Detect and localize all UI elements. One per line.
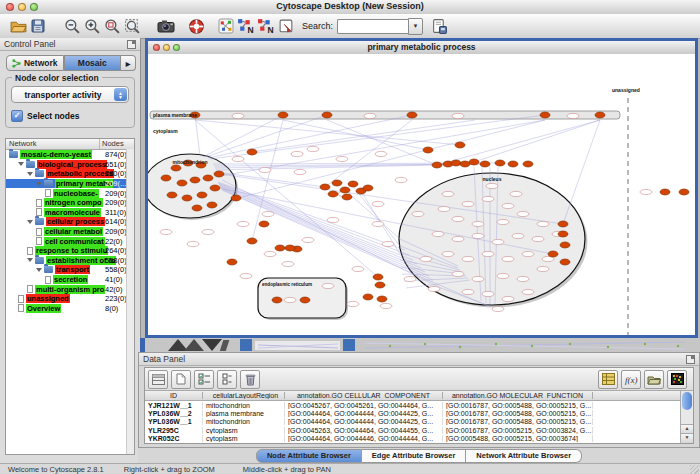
resize-grip[interactable] bbox=[690, 465, 699, 474]
selected-node[interactable] bbox=[197, 192, 207, 198]
table-row[interactable]: YPL036W__1mitochondrion[GO:0044464, GO:0… bbox=[145, 418, 681, 426]
small-node[interactable] bbox=[160, 229, 172, 234]
small-node[interactable] bbox=[522, 251, 534, 256]
selected-node[interactable] bbox=[203, 175, 213, 181]
small-node[interactable] bbox=[486, 183, 498, 188]
small-node[interactable] bbox=[232, 156, 244, 161]
expand-arrow-icon[interactable] bbox=[36, 182, 42, 186]
tree-row-cell-communicat[interactable]: cell communicat22(0) bbox=[6, 236, 134, 246]
small-node[interactable] bbox=[502, 203, 514, 208]
small-node[interactable] bbox=[262, 211, 274, 216]
small-node[interactable] bbox=[482, 196, 494, 201]
table-cell[interactable]: YLR295C bbox=[145, 427, 203, 434]
tree-row-overview[interactable]: Overview8(0) bbox=[6, 304, 134, 314]
table-cell[interactable]: [GO:0044464, GO:0044444, GO:0044425, G..… bbox=[285, 418, 443, 425]
selected-node[interactable] bbox=[192, 205, 202, 211]
small-node[interactable] bbox=[532, 236, 544, 241]
node-color-dropdown[interactable]: transporter activity ▲▼ bbox=[11, 86, 129, 103]
selected-node[interactable] bbox=[340, 187, 350, 193]
expand-arrow-icon[interactable] bbox=[27, 220, 33, 224]
mosaic-expand-button[interactable]: N bbox=[236, 16, 256, 36]
save-session-button[interactable] bbox=[28, 16, 48, 36]
selected-node[interactable] bbox=[660, 189, 670, 195]
zoom-fit-button[interactable] bbox=[122, 16, 142, 36]
small-node[interactable] bbox=[375, 151, 387, 156]
small-node[interactable] bbox=[284, 297, 296, 302]
small-node[interactable] bbox=[327, 217, 339, 222]
zoom-selected-button[interactable] bbox=[102, 16, 122, 36]
selected-node[interactable] bbox=[272, 297, 282, 303]
small-node[interactable] bbox=[364, 113, 376, 118]
small-node[interactable] bbox=[307, 146, 319, 151]
table-row[interactable]: YKR052Ccytoplasm[GO:0044464, GO:0044446,… bbox=[145, 434, 681, 442]
network-canvas[interactable]: plasma membranecytoplasmmitochondrionnuc… bbox=[148, 54, 695, 335]
column-header[interactable]: annotation.GO CELLULAR_COMPONENT bbox=[285, 392, 443, 399]
selected-node[interactable] bbox=[210, 185, 220, 191]
selected-node[interactable] bbox=[480, 161, 490, 167]
small-node[interactable] bbox=[428, 286, 440, 291]
table-cell[interactable]: [GO:0016787, GO:0005215, GO:0003824, G..… bbox=[443, 427, 593, 434]
selected-node[interactable] bbox=[560, 242, 570, 248]
selected-node[interactable] bbox=[540, 112, 550, 118]
table-cell[interactable]: [GO:0044464, GO:0044446, GO:0044444, G..… bbox=[285, 435, 443, 442]
tab-overflow-button[interactable]: ▶ bbox=[121, 55, 136, 71]
small-node[interactable] bbox=[187, 241, 199, 246]
selected-node[interactable] bbox=[460, 161, 470, 167]
selected-node[interactable] bbox=[322, 112, 332, 118]
small-node[interactable] bbox=[237, 221, 249, 226]
small-node[interactable] bbox=[302, 237, 314, 242]
small-node[interactable] bbox=[537, 266, 549, 271]
small-node[interactable] bbox=[482, 291, 494, 296]
edge[interactable] bbox=[195, 115, 200, 156]
tree-row-primary-metabo[interactable]: primary metabo209(... bbox=[6, 179, 134, 189]
selected-node[interactable] bbox=[320, 184, 330, 190]
edge[interactable] bbox=[220, 186, 421, 268]
small-node[interactable] bbox=[282, 261, 294, 266]
tree-col-network[interactable]: Network bbox=[6, 139, 100, 149]
column-header[interactable]: ID bbox=[145, 392, 203, 399]
float-panel-icon[interactable] bbox=[127, 40, 136, 49]
tree-header[interactable]: Network Nodes bbox=[6, 139, 134, 150]
tree-row-macromolecule[interactable]: macromolecule311(0) bbox=[6, 208, 134, 218]
small-node[interactable] bbox=[202, 229, 214, 234]
small-node[interactable] bbox=[640, 189, 652, 194]
attribute-grid-button[interactable] bbox=[148, 370, 168, 389]
edge[interactable] bbox=[252, 120, 475, 152]
small-node[interactable] bbox=[452, 236, 464, 241]
small-node[interactable] bbox=[404, 276, 416, 281]
small-node[interactable] bbox=[412, 211, 424, 216]
tab-node-attribute-browser[interactable]: Node Attribute Browser bbox=[256, 449, 362, 463]
small-node[interactable] bbox=[420, 256, 432, 261]
new-attribute-button[interactable] bbox=[171, 370, 191, 389]
zoom-out-button[interactable] bbox=[62, 16, 82, 36]
tab-edge-attribute-browser[interactable]: Edge Attribute Browser bbox=[362, 449, 466, 463]
small-node[interactable] bbox=[259, 167, 271, 172]
selected-node[interactable] bbox=[190, 177, 200, 183]
table-cell[interactable]: [GO:0045263, GO:0044464, GO:0044455, G..… bbox=[285, 427, 443, 434]
small-node[interactable] bbox=[336, 156, 348, 161]
tree-row-cellular-metabol[interactable]: cellular metabol209(0) bbox=[6, 227, 134, 237]
expand-arrow-icon[interactable] bbox=[36, 268, 42, 272]
zoom-in-button[interactable] bbox=[82, 16, 102, 36]
table-row[interactable]: YJR121W__1mitochondrion[GO:0045267, GO:0… bbox=[145, 401, 681, 409]
unselect-attributes-button[interactable] bbox=[217, 370, 237, 389]
search-dropdown-button[interactable]: ▼ bbox=[408, 18, 423, 35]
tree-row-transport[interactable]: transport558(0) bbox=[6, 265, 134, 275]
tree-col-nodes[interactable]: Nodes bbox=[100, 139, 134, 149]
selected-node[interactable] bbox=[171, 165, 181, 171]
table-cell[interactable]: mitochondrion bbox=[203, 402, 285, 409]
small-node[interactable] bbox=[291, 151, 303, 156]
expand-arrow-icon[interactable] bbox=[27, 258, 33, 262]
table-header-row[interactable]: ID_cellularLayoutRegionannotation.GO CEL… bbox=[145, 391, 681, 401]
selected-node[interactable] bbox=[523, 161, 533, 167]
open-session-button[interactable] bbox=[8, 16, 28, 36]
selected-node[interactable] bbox=[275, 245, 285, 251]
small-node[interactable] bbox=[522, 289, 534, 294]
small-node[interactable] bbox=[472, 221, 484, 226]
small-node[interactable] bbox=[462, 201, 474, 206]
selected-node[interactable] bbox=[177, 180, 187, 186]
heatmap-button[interactable] bbox=[667, 370, 687, 389]
small-node[interactable] bbox=[382, 241, 394, 246]
selected-node[interactable] bbox=[455, 142, 465, 148]
table-cell[interactable]: [GO:0016787, GO:0005488, GO:0005215, G..… bbox=[443, 418, 593, 425]
